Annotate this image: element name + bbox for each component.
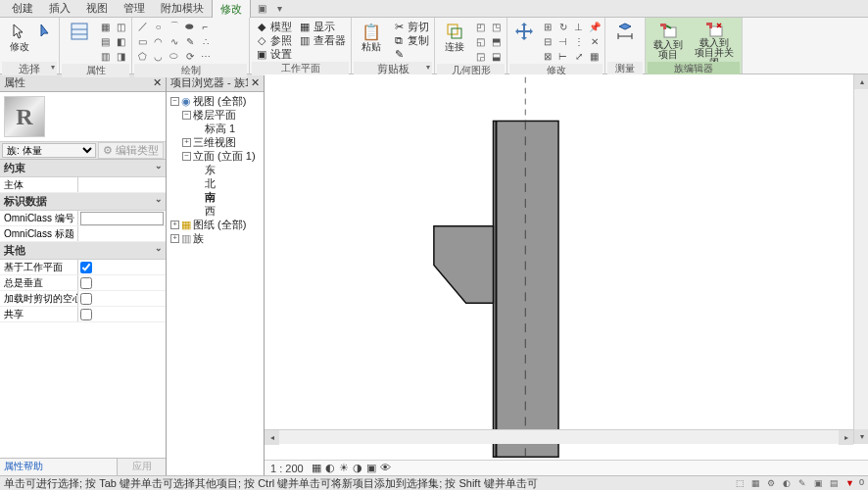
vertical-check[interactable] — [80, 277, 92, 289]
crop-icon[interactable]: ▣ — [366, 462, 376, 474]
prop-small-5[interactable]: ◧ — [114, 34, 128, 48]
geo-5[interactable]: ⬒ — [489, 34, 504, 48]
tree-sheets[interactable]: +▦图纸 (全部) — [169, 218, 262, 231]
prop-small-4[interactable]: ◫ — [114, 20, 128, 33]
mod-array[interactable]: ⋮ — [571, 34, 586, 48]
visual-style-icon[interactable]: ◐ — [325, 462, 335, 474]
draw-pick[interactable]: ✎ — [182, 34, 197, 48]
mod-offset[interactable]: ⊟ — [540, 34, 555, 48]
mod-grp[interactable]: ▦ — [587, 49, 602, 63]
shadow-icon[interactable]: ◑ — [353, 462, 362, 474]
sun-path-icon[interactable]: ☀ — [339, 462, 349, 474]
measure-button[interactable] — [608, 20, 642, 61]
draw-extra1[interactable]: ∴ — [198, 34, 213, 48]
draw-circle[interactable]: ○ — [151, 20, 166, 33]
match-button[interactable]: ✎ — [390, 47, 431, 61]
ribbon-dropdown-icon[interactable]: ▾ — [272, 2, 286, 16]
draw-arc3[interactable]: ⌒ — [167, 20, 181, 33]
geo-1[interactable]: ◰ — [473, 20, 488, 33]
prop-small-3[interactable]: ▥ — [98, 49, 113, 63]
tree-families[interactable]: +▥族 — [169, 231, 262, 245]
prop-small-6[interactable]: ◨ — [114, 49, 128, 63]
draw-ellipse2[interactable]: ⬬ — [182, 20, 197, 33]
scroll-up-button[interactable]: ▴ — [854, 74, 868, 89]
scroll-left-button[interactable]: ◂ — [265, 430, 279, 445]
properties-help-link[interactable]: 属性帮助 — [0, 459, 117, 475]
tree-views[interactable]: −◉视图 (全部) — [169, 94, 262, 108]
scroll-right-button[interactable]: ▸ — [839, 430, 853, 445]
mod-mirror[interactable]: ⊠ — [540, 49, 555, 63]
draw-arc2[interactable]: ◡ — [151, 49, 166, 63]
copy-button[interactable]: ⧉复制 — [390, 33, 431, 47]
geo-6[interactable]: ⬓ — [489, 49, 504, 63]
scale-label[interactable]: 1 : 200 — [270, 463, 304, 474]
tree-expand-icon[interactable]: + — [170, 220, 179, 229]
join-button[interactable]: 连接 — [438, 20, 471, 61]
shared-check[interactable] — [80, 309, 92, 320]
panel-select-expand-icon[interactable]: ▾ — [51, 63, 55, 72]
model-button[interactable]: ◆模型 — [253, 20, 294, 33]
tree-expand-icon[interactable]: + — [170, 234, 179, 243]
draw-rect[interactable]: ▭ — [135, 34, 150, 48]
status-icon-4[interactable]: ◐ — [781, 477, 794, 489]
geo-4[interactable]: ◳ — [489, 20, 504, 33]
draw-spline[interactable]: ∿ — [167, 34, 181, 48]
select-cursor-button[interactable] — [38, 20, 56, 61]
status-icon-5[interactable]: ✎ — [796, 477, 809, 489]
mod-scale[interactable]: ⤢ — [571, 49, 586, 63]
tree-south[interactable]: 南 — [169, 190, 262, 204]
draw-tan[interactable]: ⟳ — [182, 49, 197, 63]
tree-3dviews[interactable]: +三维视图 — [169, 135, 262, 149]
properties-button[interactable] — [63, 20, 96, 61]
cat-expand-icon[interactable]: ⌄ — [155, 161, 163, 171]
tree-level1[interactable]: 标高 1 — [169, 122, 262, 135]
draw-fillet[interactable]: ⌐ — [198, 20, 213, 33]
tab-modify[interactable]: 修改 — [212, 0, 251, 19]
detail-level-icon[interactable]: ▦ — [312, 462, 321, 474]
cut-button[interactable]: ✂剪切 — [390, 20, 431, 33]
panel-clipboard-expand-icon[interactable]: ▾ — [426, 63, 430, 72]
tree-west[interactable]: 西 — [169, 204, 262, 218]
prop-small-2[interactable]: ▤ — [98, 34, 113, 48]
prop-cat-identity[interactable]: 标识数据⌄ — [0, 193, 166, 211]
set-button[interactable]: ▣设置 — [253, 47, 294, 61]
tree-collapse-icon[interactable]: − — [182, 111, 191, 120]
tree-north[interactable]: 北 — [169, 176, 262, 190]
tree-expand-icon[interactable]: + — [182, 138, 191, 147]
prop-small-1[interactable]: ▦ — [98, 20, 113, 33]
tab-insert[interactable]: 插入 — [41, 0, 78, 18]
tree-collapse-icon[interactable]: − — [182, 152, 191, 161]
tree-floorplans[interactable]: −楼层平面 — [169, 108, 262, 122]
tree-elevations[interactable]: −立面 (立面 1) — [169, 149, 262, 163]
scrollbar-vertical[interactable]: ▴ ▾ — [853, 74, 868, 444]
mod-split[interactable]: ⊥ — [571, 20, 586, 33]
draw-line[interactable]: ／ — [135, 20, 150, 33]
prop-cat-other[interactable]: 其他⌄ — [0, 242, 166, 260]
ref-button[interactable]: ◇参照 — [253, 33, 294, 47]
hide-icon[interactable]: 👁 — [380, 462, 391, 474]
properties-close-button[interactable]: ✕ — [150, 76, 164, 90]
cat-expand-icon[interactable]: ⌄ — [155, 194, 163, 204]
tab-manage[interactable]: 管理 — [116, 0, 153, 18]
ribbon-expand-icon[interactable]: ▣ — [255, 2, 268, 16]
properties-apply-button[interactable]: 应用 — [117, 459, 166, 475]
geo-2[interactable]: ◱ — [473, 34, 488, 48]
mod-extend[interactable]: ⊢ — [555, 49, 570, 63]
tab-create[interactable]: 创建 — [4, 0, 41, 18]
modify-button[interactable]: 修改 — [3, 20, 36, 61]
edit-type-button[interactable]: ⚙ 编辑类型 — [98, 142, 164, 159]
status-icon-2[interactable]: ▦ — [749, 477, 762, 489]
prop-cat-constraint[interactable]: 约束⌄ — [0, 160, 166, 177]
paste-button[interactable]: 📋 粘贴 — [355, 20, 388, 61]
viewer-button[interactable]: ▥查看器 — [296, 33, 348, 47]
mod-del[interactable]: ✕ — [587, 34, 602, 48]
status-icon-6[interactable]: ▣ — [812, 477, 825, 489]
load-close-button[interactable]: 载入到 项目并关闭 — [690, 20, 739, 61]
draw-extra2[interactable]: ⋯ — [198, 49, 213, 63]
workplane-check[interactable] — [80, 262, 92, 273]
scroll-down-button[interactable]: ▾ — [854, 429, 868, 444]
mod-align[interactable]: ⊞ — [540, 20, 555, 33]
browser-close-button[interactable]: ✕ — [248, 76, 262, 90]
draw-ellipse[interactable]: ⬭ — [167, 49, 181, 63]
show-button[interactable]: ▦显示 — [296, 20, 348, 33]
